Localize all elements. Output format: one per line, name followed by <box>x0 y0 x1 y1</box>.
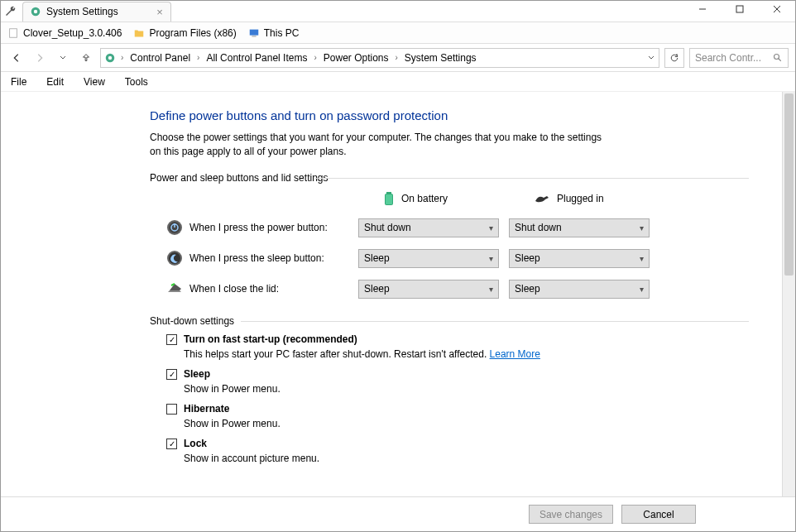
forward-button[interactable] <box>31 49 49 67</box>
gear-green-icon <box>30 6 41 17</box>
menu-tools[interactable]: Tools <box>122 74 151 89</box>
checkbox-label: Lock <box>184 438 207 449</box>
lid-plugged-select[interactable]: Sleep▾ <box>509 280 650 299</box>
gear-green-icon <box>104 52 116 64</box>
checkbox-label: Sleep <box>184 368 210 380</box>
plug-icon <box>534 193 550 204</box>
chevron-down-icon: ▾ <box>489 285 493 294</box>
file-icon <box>7 27 19 39</box>
minimize-button[interactable] <box>683 1 721 17</box>
recent-dropdown-icon[interactable] <box>54 49 72 67</box>
scrollbar[interactable] <box>782 92 795 496</box>
bookmark-item[interactable]: Program Files (x86) <box>133 27 236 39</box>
checkbox-description: This helps start your PC faster after sh… <box>184 348 630 360</box>
bookmarks-bar: Clover_Setup_3.0.406 Program Files (x86)… <box>1 22 795 44</box>
close-button[interactable] <box>758 1 795 17</box>
cancel-button[interactable]: Cancel <box>621 505 696 524</box>
save-changes-button[interactable]: Save changes <box>529 505 613 524</box>
chevron-right-icon[interactable]: › <box>195 53 201 62</box>
chevron-down-icon[interactable] <box>647 54 655 62</box>
svg-rect-8 <box>252 36 256 36</box>
sleep-icon <box>166 250 183 266</box>
breadcrumb[interactable]: Control Panel <box>128 52 192 64</box>
up-button[interactable] <box>77 49 95 67</box>
chevron-right-icon[interactable]: › <box>312 53 318 62</box>
column-plugged-in: Plugged in <box>509 193 650 204</box>
learn-more-link[interactable]: Learn More <box>490 348 540 360</box>
section-shutdown: Shut-down settings <box>150 315 749 327</box>
checkbox-hibernate[interactable] <box>166 404 177 415</box>
maximize-button[interactable] <box>721 1 758 17</box>
power-plugged-select[interactable]: Shut down▾ <box>509 218 650 237</box>
svg-rect-13 <box>386 192 391 194</box>
bookmark-item[interactable]: This PC <box>248 27 300 39</box>
titlebar: System Settings × <box>1 1 795 22</box>
menu-file[interactable]: File <box>7 74 30 89</box>
svg-point-11 <box>774 54 779 59</box>
svg-rect-3 <box>736 6 743 12</box>
svg-line-12 <box>779 58 781 60</box>
tab-close-icon[interactable]: × <box>154 7 165 18</box>
main-content: Define power buttons and turn on passwor… <box>1 92 782 496</box>
column-on-battery: On battery <box>358 190 499 207</box>
chevron-right-icon[interactable]: › <box>119 53 125 62</box>
lid-icon <box>166 280 183 297</box>
menu-view[interactable]: View <box>80 74 108 89</box>
menubar: File Edit View Tools <box>1 72 795 92</box>
breadcrumb[interactable]: System Settings <box>403 52 478 64</box>
checkbox-description: Show in Power menu. <box>184 418 630 429</box>
search-input[interactable]: Search Contr... <box>689 48 789 68</box>
bookmark-item[interactable]: Clover_Setup_3.0.406 <box>7 27 122 39</box>
chevron-down-icon: ▾ <box>489 223 493 232</box>
svg-rect-6 <box>10 28 17 37</box>
menu-edit[interactable]: Edit <box>43 74 67 89</box>
svg-point-10 <box>108 55 112 59</box>
breadcrumb[interactable]: Power Options <box>322 52 391 64</box>
row-close-lid: When I close the lid: <box>166 280 348 297</box>
sleep-battery-select[interactable]: Sleep▾ <box>358 249 499 268</box>
pc-icon <box>248 27 260 39</box>
battery-icon <box>383 190 395 207</box>
svg-rect-15 <box>386 194 392 204</box>
tab-title: System Settings <box>46 6 118 17</box>
svg-rect-7 <box>250 29 259 35</box>
lid-battery-select[interactable]: Sleep▾ <box>358 280 499 299</box>
checkbox-fast-startup[interactable]: ✓ <box>166 334 177 345</box>
checkbox-label: Turn on fast start-up (recommended) <box>184 333 357 345</box>
bookmark-label: Program Files (x86) <box>149 27 236 39</box>
checkbox-description: Show in Power menu. <box>184 383 630 395</box>
breadcrumb[interactable]: All Control Panel Items <box>204 52 309 64</box>
row-sleep-button: When I press the sleep button: <box>166 250 348 266</box>
search-placeholder: Search Contr... <box>695 52 761 64</box>
footer-buttons: Save changes Cancel <box>1 496 795 531</box>
bookmark-label: Clover_Setup_3.0.406 <box>23 27 122 39</box>
chevron-down-icon: ▾ <box>640 223 644 232</box>
search-icon <box>773 53 783 63</box>
page-title: Define power buttons and turn on passwor… <box>150 108 749 122</box>
address-bar[interactable]: › Control Panel › All Control Panel Item… <box>100 48 659 68</box>
page-description: Choose the power settings that you want … <box>150 131 613 159</box>
checkbox-sleep[interactable]: ✓ <box>166 369 177 380</box>
section-power-sleep: Power and sleep buttons and lid settings <box>150 172 749 184</box>
sleep-plugged-select[interactable]: Sleep▾ <box>509 249 650 268</box>
chevron-down-icon: ▾ <box>640 254 644 263</box>
back-button[interactable] <box>7 49 26 67</box>
checkbox-label: Hibernate <box>184 403 229 415</box>
power-icon <box>166 219 183 236</box>
checkbox-description: Show in account picture menu. <box>184 453 630 464</box>
folder-icon <box>133 27 145 39</box>
chevron-right-icon[interactable]: › <box>394 53 400 62</box>
wrench-icon[interactable] <box>4 5 17 18</box>
scroll-thumb[interactable] <box>784 93 794 276</box>
row-power-button: When I press the power button: <box>166 219 348 236</box>
checkbox-lock[interactable]: ✓ <box>166 439 177 449</box>
bookmark-label: This PC <box>264 27 300 39</box>
svg-point-1 <box>34 10 37 13</box>
chevron-down-icon: ▾ <box>640 285 644 294</box>
chevron-down-icon: ▾ <box>489 254 493 263</box>
browser-tab[interactable]: System Settings × <box>22 2 171 22</box>
power-battery-select[interactable]: Shut down▾ <box>358 218 499 237</box>
nav-toolbar: › Control Panel › All Control Panel Item… <box>1 44 795 72</box>
refresh-button[interactable] <box>664 48 684 68</box>
